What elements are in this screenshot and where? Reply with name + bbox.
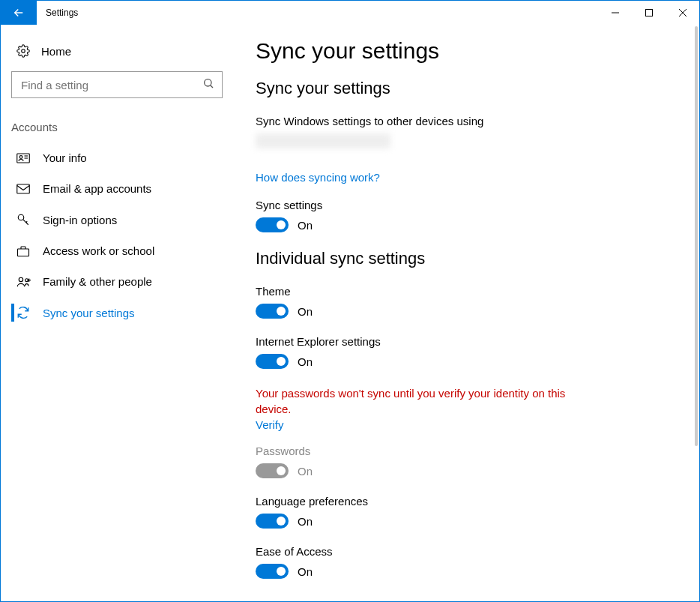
toggle-label: Ease of Access — [256, 545, 684, 558]
toggle-label: Internet Explorer settings — [256, 335, 684, 348]
mail-icon — [16, 184, 31, 194]
toggle-label: Theme — [256, 285, 684, 298]
svg-point-5 — [205, 79, 211, 86]
language-toggle-group: Language preferences On — [256, 495, 684, 529]
password-warning: Your passwords won't sync until you veri… — [256, 385, 570, 417]
section-heading: Individual sync settings — [256, 249, 684, 268]
sidebar-item-signin[interactable]: Sign-in options — [11, 204, 233, 235]
window-controls — [598, 1, 699, 25]
verify-link[interactable]: Verify — [256, 418, 284, 431]
sidebar-item-family[interactable]: Family & other people — [11, 266, 233, 297]
back-button[interactable] — [1, 1, 37, 25]
sidebar-item-email[interactable]: Email & app accounts — [11, 173, 233, 204]
briefcase-icon — [16, 245, 31, 257]
ie-toggle[interactable] — [256, 354, 289, 369]
toggle-label: Language preferences — [256, 495, 684, 508]
theme-toggle[interactable] — [256, 304, 289, 319]
sidebar-item-work[interactable]: Access work or school — [11, 235, 233, 266]
toggle-state: On — [298, 355, 313, 368]
svg-point-14 — [19, 277, 22, 281]
help-link[interactable]: How does syncing work? — [256, 171, 380, 184]
sidebar-item-label: Sync your settings — [43, 307, 135, 319]
sidebar-item-label: Sign-in options — [43, 214, 117, 226]
sidebar: Home Accounts Your info — [1, 25, 233, 601]
sidebar-item-label: Family & other people — [43, 275, 152, 288]
active-indicator — [11, 304, 14, 322]
sidebar-item-label: Email & app accounts — [43, 182, 151, 195]
titlebar: Settings — [1, 1, 699, 25]
ease-toggle[interactable] — [256, 564, 289, 579]
minimize-button[interactable] — [598, 1, 632, 25]
toggle-state: On — [298, 219, 313, 232]
people-icon — [16, 276, 31, 288]
toggle-label: Passwords — [256, 445, 684, 457]
home-label: Home — [41, 45, 71, 58]
toggle-state: On — [298, 465, 313, 478]
home-nav[interactable]: Home — [11, 38, 233, 71]
svg-rect-11 — [17, 184, 30, 193]
svg-point-8 — [19, 155, 22, 158]
maximize-button[interactable] — [632, 1, 666, 25]
sync-icon — [16, 306, 31, 319]
window-title: Settings — [37, 1, 598, 25]
sync-settings-toggle[interactable] — [256, 217, 289, 232]
language-toggle[interactable] — [256, 514, 289, 529]
svg-rect-1 — [645, 10, 652, 16]
sidebar-item-label: Access work or school — [43, 244, 154, 257]
settings-window: Settings Home — [0, 0, 700, 602]
person-card-icon — [16, 153, 31, 163]
search-container — [11, 71, 223, 98]
scrollbar[interactable] — [695, 26, 698, 446]
toggle-label: Sync settings — [256, 199, 684, 211]
svg-point-4 — [22, 49, 25, 53]
sync-settings-toggle-group: Sync settings On — [256, 199, 684, 232]
toggle-state: On — [298, 515, 313, 528]
gear-icon — [16, 44, 31, 58]
sync-description: Sync Windows settings to other devices u… — [256, 115, 684, 127]
passwords-toggle-group: Passwords On — [256, 445, 684, 478]
passwords-toggle — [256, 463, 289, 478]
content-area: Sync your settings Sync your settings Sy… — [233, 25, 699, 601]
sidebar-item-your-info[interactable]: Your info — [11, 142, 233, 173]
search-input[interactable] — [19, 78, 202, 92]
svg-rect-13 — [18, 249, 29, 256]
page-title: Sync your settings — [256, 38, 684, 64]
ease-toggle-group: Ease of Access On — [256, 545, 684, 579]
svg-line-6 — [211, 85, 213, 88]
section-header: Accounts — [11, 121, 233, 142]
account-name-redacted — [256, 133, 390, 148]
search-icon — [202, 77, 214, 92]
section-heading: Sync your settings — [256, 79, 684, 98]
ie-toggle-group: Internet Explorer settings On — [256, 335, 684, 369]
sidebar-item-label: Your info — [43, 151, 87, 164]
close-button[interactable] — [666, 1, 699, 25]
toggle-state: On — [298, 565, 313, 578]
search-box[interactable] — [11, 71, 223, 98]
sidebar-item-sync[interactable]: Sync your settings — [11, 297, 233, 328]
key-icon — [16, 213, 31, 226]
theme-toggle-group: Theme On — [256, 285, 684, 319]
toggle-state: On — [298, 305, 313, 318]
